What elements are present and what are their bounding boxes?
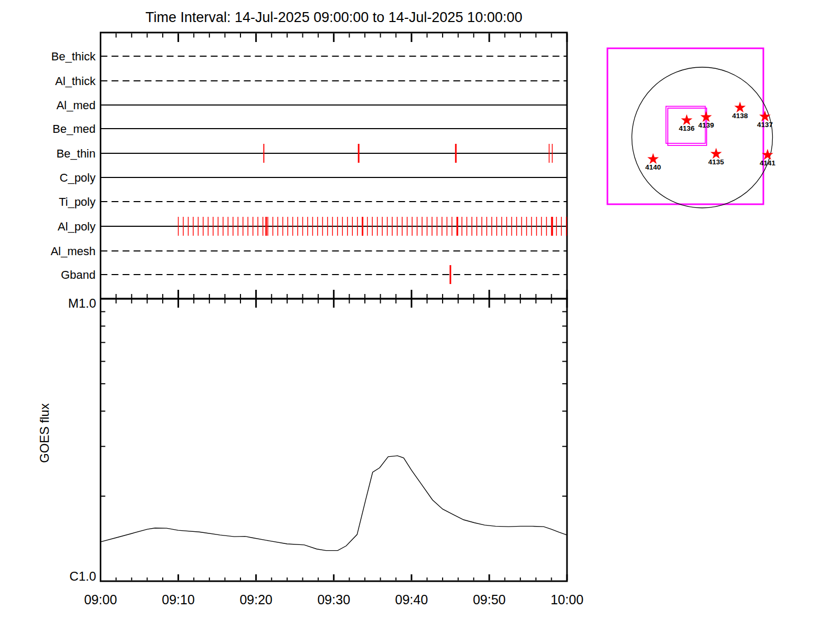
active-region-star: [710, 148, 722, 159]
active-region-label: 4135: [708, 158, 724, 166]
active-region-star: [681, 114, 692, 125]
active-region-label: 4139: [698, 121, 714, 129]
active-region-label: 4140: [645, 163, 661, 171]
solar-disk-circle: [632, 67, 773, 208]
plot-canvas: Time Interval: 14-Jul-2025 09:00:00 to 1…: [0, 0, 840, 630]
x-tick-label: 09:50: [473, 592, 506, 607]
screenshot-root: Time Interval: 14-Jul-2025 09:00:00 to 1…: [0, 0, 840, 630]
goes-y-axis-title: GOES flux: [37, 403, 51, 463]
filter-row-label: Al_med: [56, 99, 96, 112]
filter-row-label: Al_thick: [55, 75, 96, 88]
active-region-label: 4136: [679, 124, 695, 132]
filter-row-label: Be_med: [52, 122, 96, 135]
plot-title: Time Interval: 14-Jul-2025 09:00:00 to 1…: [145, 9, 522, 25]
goes-flux-curve: [101, 456, 568, 551]
x-tick-label: 09:00: [84, 592, 117, 607]
y-axis-label-top: M1.0: [68, 296, 96, 310]
filter-row-label: Al_mesh: [50, 245, 96, 258]
goes-flux-panel: [101, 312, 568, 551]
filter-row-label: Gband: [61, 268, 96, 281]
filter-row-label: Be_thin: [56, 147, 96, 160]
filter-timeline-panel: Be_thickAl_thickAl_medBe_medBe_thinC_pol…: [50, 50, 567, 284]
active-region-star: [647, 153, 659, 164]
x-tick-label: 09:30: [317, 592, 350, 607]
filter-row-label: Ti_poly: [59, 195, 96, 208]
x-tick-label: 09:40: [395, 592, 428, 607]
active-region-star: [700, 111, 712, 122]
filter-row-label: Al_poly: [58, 220, 96, 233]
x-tick-label: 09:10: [162, 592, 195, 607]
x-tick-label: 09:20: [239, 592, 272, 607]
active-region-label: 4141: [760, 159, 776, 167]
solar-map: 4136413941384137413541404141: [607, 48, 776, 208]
x-tick-label: 10:00: [551, 592, 584, 607]
active-region-label: 4137: [757, 121, 773, 129]
active-region-label: 4138: [732, 112, 748, 120]
y-axis-label-bottom: C1.0: [69, 569, 96, 583]
filter-row-label: Be_thick: [51, 50, 96, 63]
filter-row-label: C_poly: [60, 171, 96, 184]
time-axis: 09:0009:1009:2009:3009:4009:5010:00: [84, 34, 583, 607]
active-region-star: [734, 102, 746, 113]
